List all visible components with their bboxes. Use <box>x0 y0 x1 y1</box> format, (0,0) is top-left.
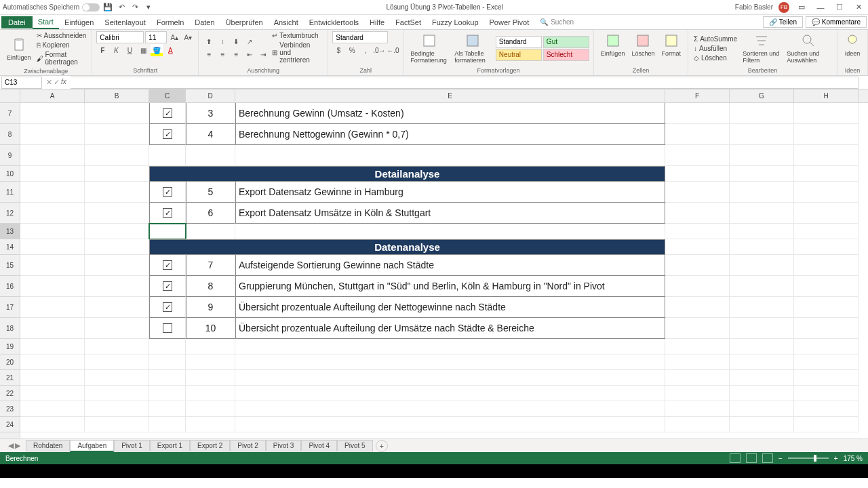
cell-d9[interactable] <box>186 145 235 166</box>
cell-b14[interactable] <box>85 239 149 255</box>
font-name-input[interactable] <box>96 31 144 43</box>
select-all-corner[interactable] <box>0 89 20 103</box>
tab-start[interactable]: Start <box>33 16 59 29</box>
cell-g17[interactable] <box>730 297 794 318</box>
cell-c9[interactable] <box>149 145 186 166</box>
tab-formeln[interactable]: Formeln <box>151 16 189 28</box>
cell-b17[interactable] <box>85 297 149 318</box>
col-header-c[interactable]: C <box>149 89 186 102</box>
redo-icon[interactable]: ↷ <box>130 2 140 13</box>
cell-a18[interactable] <box>20 318 85 339</box>
style-gut[interactable]: Gut <box>543 36 589 48</box>
col-header-g[interactable]: G <box>730 89 794 102</box>
cell-b10[interactable] <box>85 166 149 182</box>
cell-b13[interactable] <box>85 224 149 239</box>
sheet-tab-pivot5[interactable]: Pivot 5 <box>337 440 373 451</box>
cell-b16[interactable] <box>85 276 149 297</box>
cell-f12[interactable] <box>665 203 730 224</box>
font-color-icon[interactable]: A <box>164 44 176 56</box>
style-standard[interactable]: Standard <box>496 36 542 48</box>
cell-f16[interactable] <box>665 276 730 297</box>
cell-c7[interactable]: ✓ <box>149 103 186 124</box>
sheet-tab-pivot1[interactable]: Pivot 1 <box>114 440 150 451</box>
style-schlecht[interactable]: Schlecht <box>543 49 589 61</box>
col-header-b[interactable]: B <box>85 89 149 102</box>
checkbox-17[interactable]: ✓ <box>163 302 172 312</box>
cell-g15[interactable] <box>730 255 794 276</box>
tab-hilfe[interactable]: Hilfe <box>364 16 390 28</box>
cell-h17[interactable] <box>794 297 859 318</box>
cell-c17[interactable]: ✓ <box>149 297 186 318</box>
sheet-tab-pivot3[interactable]: Pivot 3 <box>266 440 302 451</box>
row-header-21[interactable]: 21 <box>0 370 20 386</box>
style-neutral[interactable]: Neutral <box>496 49 542 61</box>
autosum-button[interactable]: Σ AutoSumme <box>692 35 738 43</box>
view-page-layout-icon[interactable] <box>746 453 757 463</box>
cell-b7[interactable] <box>85 103 149 124</box>
cell-f18[interactable] <box>665 318 730 339</box>
cell-h15[interactable] <box>794 255 859 276</box>
ideas-button[interactable]: Ideen <box>842 31 863 58</box>
row-header-7[interactable]: 7 <box>0 103 20 124</box>
align-middle-icon[interactable]: ↕ <box>216 35 229 47</box>
row-header-15[interactable]: 15 <box>0 255 20 276</box>
cell-h18[interactable] <box>794 318 859 339</box>
cell-a17[interactable] <box>20 297 85 318</box>
checkbox-15[interactable]: ✓ <box>163 260 172 270</box>
zoom-in-icon[interactable]: + <box>834 455 838 462</box>
row-header-24[interactable]: 24 <box>0 417 20 432</box>
cell-f17[interactable] <box>665 297 730 318</box>
cell-f10[interactable] <box>665 166 730 182</box>
zoom-out-icon[interactable]: − <box>778 455 783 462</box>
col-header-f[interactable]: F <box>665 89 730 102</box>
col-header-e[interactable]: E <box>235 89 665 102</box>
cell-a13[interactable] <box>20 224 85 239</box>
paste-button[interactable]: Einfügen <box>4 35 34 62</box>
cell-h7[interactable] <box>794 103 859 124</box>
decrease-font-icon[interactable]: A▾ <box>182 31 194 43</box>
copy-button[interactable]: ⎘ Kopieren <box>35 41 88 49</box>
checkbox-8[interactable]: ✓ <box>163 129 172 139</box>
cell-f7[interactable] <box>665 103 730 124</box>
col-header-h[interactable]: H <box>794 89 859 102</box>
share-button[interactable]: 🔗 Teilen <box>763 16 803 28</box>
cell-f14[interactable] <box>665 239 730 255</box>
cell-g9[interactable] <box>730 145 794 166</box>
cell-f13[interactable] <box>665 224 730 239</box>
sheet-tab-rohdaten[interactable]: Rohdaten <box>26 440 70 451</box>
cell-e17[interactable]: Übersicht prozentuale Aufteilung der Net… <box>235 297 665 318</box>
cell-d13[interactable] <box>186 224 235 239</box>
cell-h12[interactable] <box>794 203 859 224</box>
cell-e9[interactable] <box>235 145 665 166</box>
percent-icon[interactable]: % <box>346 44 358 56</box>
tab-daten[interactable]: Daten <box>189 16 220 28</box>
cell-d7[interactable]: 3 <box>186 103 235 124</box>
checkbox-11[interactable]: ✓ <box>163 187 172 197</box>
cell-g7[interactable] <box>730 103 794 124</box>
italic-icon[interactable]: K <box>110 44 122 56</box>
tab-ansicht[interactable]: Ansicht <box>269 16 304 28</box>
tab-seitenlayout[interactable]: Seitenlayout <box>99 16 151 28</box>
wrap-text-button[interactable]: ↵ Textumbruch <box>271 31 323 40</box>
row-header-19[interactable]: 19 <box>0 339 20 354</box>
cell-e8[interactable]: Berechnung Nettogewinn (Gewinn * 0,7) <box>235 124 665 145</box>
maximize-icon[interactable]: ☐ <box>833 2 846 13</box>
cell-a24[interactable] <box>20 417 85 432</box>
align-left-icon[interactable]: ≡ <box>203 48 215 60</box>
view-page-break-icon[interactable] <box>762 453 773 463</box>
row-header-23[interactable]: 23 <box>0 401 20 417</box>
tab-powerpivot[interactable]: Power Pivot <box>484 16 535 28</box>
cell-c15[interactable]: ✓ <box>149 255 186 276</box>
zoom-level[interactable]: 175 % <box>844 455 863 462</box>
tab-entwicklertools[interactable]: Entwicklertools <box>304 16 364 28</box>
cell-d18[interactable]: 10 <box>186 318 235 339</box>
cell-d11[interactable]: 5 <box>186 182 235 203</box>
cell-a23[interactable] <box>20 401 85 417</box>
undo-icon[interactable]: ↶ <box>116 2 127 13</box>
conditional-format-button[interactable]: Bedingte Formatierung <box>408 31 450 65</box>
checkbox-16[interactable]: ✓ <box>163 281 172 291</box>
tab-ueberpruefen[interactable]: Überprüfen <box>220 16 269 28</box>
delete-cells-button[interactable]: Löschen <box>629 31 657 58</box>
bold-icon[interactable]: F <box>96 44 108 56</box>
col-header-a[interactable]: A <box>20 89 85 102</box>
